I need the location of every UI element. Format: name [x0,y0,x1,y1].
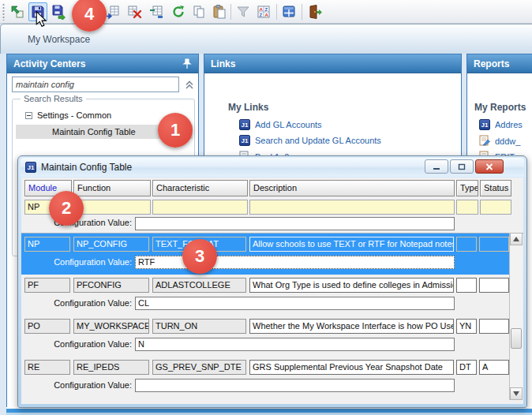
column-header-characteristic[interactable]: Characteristic [152,180,248,196]
tree-node-settings-common[interactable]: Settings - Common [25,110,111,120]
j1-icon: J1 [25,162,36,173]
cell-description[interactable]: Allow schools to use TEXT or RTF for Not… [249,237,454,252]
activity-centers-title: Activity Centers [13,58,85,69]
cell-description[interactable]: Whether the My Workspace Interface is ho… [249,319,454,334]
dialog-titlebar[interactable]: J1 Maintain Config Table [21,158,524,177]
table-row[interactable]: PO MY_WORKSPACE_ TURN_ON Whether the My … [21,316,512,357]
links-header: Links [204,54,461,73]
svg-text:Z: Z [260,13,263,17]
toolbar-separator [230,4,231,20]
report-address[interactable]: J1 Addres [479,119,523,130]
row-config-value-input[interactable]: N [135,338,455,351]
cell-status[interactable] [479,237,509,252]
maximize-button[interactable] [450,159,474,174]
cell-module[interactable]: RE [24,360,70,375]
cell-function[interactable]: NP_CONFIG [73,237,149,252]
cell-type[interactable]: YN [456,319,477,334]
pin-icon[interactable] [182,58,192,69]
row-config-value-input[interactable]: CL [135,297,455,310]
cell-module[interactable]: PF [24,278,70,293]
refresh-icon[interactable] [169,2,188,21]
copy-icon[interactable] [189,2,208,21]
cell-status[interactable]: A [479,360,509,375]
save-as-icon[interactable] [49,2,68,21]
maintain-config-dialog: J1 Maintain Config Table Module Function… [17,155,527,408]
cell-function[interactable]: PFCONFIG [73,278,149,293]
cell-function[interactable]: MY_WORKSPACE_ [73,319,149,334]
callout-2: 2 [49,191,84,226]
cell-characteristic[interactable]: TURN_ON [152,319,246,334]
tree-node-label[interactable]: Settings - Common [37,110,111,120]
reports-title: Reports [474,58,509,69]
filter-description-input[interactable] [249,200,455,215]
svg-text:A: A [265,13,269,17]
column-header-status[interactable]: Status [480,180,511,196]
filter-characteristic-input[interactable] [152,200,248,215]
filter-status-input[interactable] [480,200,511,215]
delete-row-icon[interactable] [125,2,144,21]
vertical-scrollbar[interactable] [509,233,522,400]
report-label[interactable]: Addres [495,120,523,129]
table-row[interactable]: PF PFCONFIG ADLASTCOLLEGE What Org Type … [21,275,512,316]
report-dddw[interactable]: dddw_ [479,135,520,147]
scroll-down-button[interactable] [510,387,523,400]
link-label[interactable]: Add GL Accounts [255,120,322,129]
cell-type[interactable] [456,237,477,252]
cell-module[interactable]: NP [24,237,70,252]
j1-icon: J1 [239,119,250,130]
cell-description[interactable]: GRS Supplemental Previous Year Snapshot … [249,360,454,375]
sort-az-icon[interactable]: AZZA [254,2,273,21]
tree-collapse-icon[interactable] [25,112,32,119]
config-value-label: Configuration Value: [53,298,132,308]
j1-icon: J1 [239,135,250,146]
filter-config-value-input[interactable] [135,217,455,230]
reports-header: Reports [467,54,532,73]
table-row[interactable]: RE RE_IPEDS GS_PREV_SNP_DTE GRS Suppleme… [21,357,512,398]
cell-description[interactable]: What Org Type is used to define colleges… [249,278,454,293]
cell-type[interactable] [456,278,477,293]
cell-status[interactable] [479,278,509,293]
minimize-button[interactable] [425,159,448,174]
activity-search-input[interactable]: maintain config [12,77,179,92]
column-header-function[interactable]: Function [73,180,151,196]
cell-characteristic[interactable]: GS_PREV_SNP_DTE [152,360,246,375]
cell-type[interactable]: DT [456,360,477,375]
paste-icon[interactable] [210,2,229,21]
link-label[interactable]: Search and Update GL Accounts [255,136,381,145]
collapse-chevrons-icon[interactable] [184,79,195,90]
link-add-gl-accounts[interactable]: J1 Add GL Accounts [239,119,322,130]
svg-text:A: A [260,7,264,12]
checkin-icon[interactable] [8,2,27,21]
cell-characteristic[interactable]: ADLASTCOLLEGE [152,278,246,293]
tab-my-workspace[interactable]: My Workspace [28,34,90,45]
page-tool-icon [479,135,490,147]
dialog-client-area: Module Function Characteristic Descripti… [21,178,523,404]
row-config-value-input[interactable] [135,379,455,392]
config-value-label: Configuration Value: [53,339,132,349]
cell-function[interactable]: RE_IPEDS [73,360,149,375]
column-header-description[interactable]: Description [249,180,455,196]
scrollbar-thumb[interactable] [511,328,522,349]
link-search-update-gl-accounts[interactable]: J1 Search and Update GL Accounts [239,135,381,146]
filter-function-input[interactable] [73,200,151,215]
scroll-up-button[interactable] [510,233,523,245]
toolbar-separator [302,4,302,20]
filter-type-input[interactable] [456,200,478,215]
svg-text:Z: Z [265,7,268,12]
callout-3: 3 [182,239,217,274]
table-row[interactable]: NP NP_CONFIG TEXT_FORMAT Allow schools t… [21,234,512,275]
toolbar-grip[interactable] [2,3,5,21]
toolbar-separator [276,4,277,20]
panels-bottom-edge [6,407,532,415]
exit-icon[interactable] [305,2,324,21]
cell-status[interactable] [479,319,509,334]
mouse-cursor-icon [36,11,47,27]
links-title: Links [211,58,235,69]
cell-module[interactable]: PO [24,319,70,334]
report-label[interactable]: dddw_ [495,136,520,146]
close-button[interactable] [475,159,504,174]
update-row-icon[interactable] [147,2,166,21]
window-icon[interactable] [279,2,298,21]
column-header-type[interactable]: Type [456,180,478,196]
filter-icon[interactable] [234,2,253,21]
